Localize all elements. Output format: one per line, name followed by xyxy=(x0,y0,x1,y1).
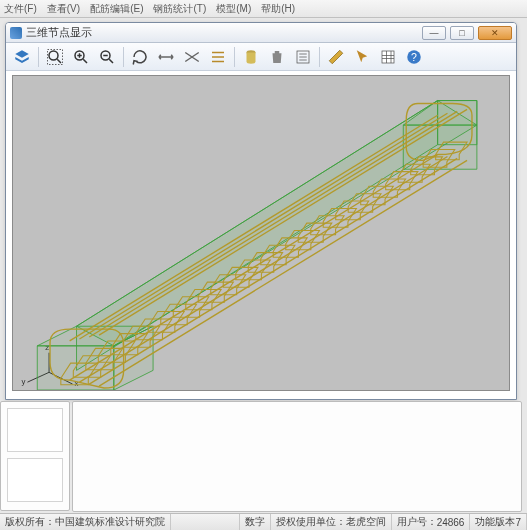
list-button[interactable] xyxy=(291,46,315,68)
svg-rect-6 xyxy=(382,51,394,63)
thumbnail-slot[interactable] xyxy=(7,458,63,502)
svg-text:?: ? xyxy=(411,50,417,62)
window-title: 三维节点显示 xyxy=(26,25,92,40)
status-user: 用户号：24866 xyxy=(392,514,471,530)
status-copyright: 版权所有：中国建筑标准设计研究院 xyxy=(0,514,171,530)
minimize-button[interactable]: — xyxy=(422,26,446,40)
table-button[interactable] xyxy=(376,46,400,68)
help-button[interactable]: ? xyxy=(402,46,426,68)
cylinder-icon xyxy=(242,48,260,66)
menu-view[interactable]: 查看(V) xyxy=(47,2,80,16)
output-panel[interactable] xyxy=(72,401,522,512)
rotate-button[interactable] xyxy=(128,46,152,68)
measure-button[interactable] xyxy=(324,46,348,68)
thumbnail-slot[interactable] xyxy=(7,408,63,452)
status-numlock: 数字 xyxy=(240,514,271,530)
menu-bar: 文件(F) 查看(V) 配筋编辑(E) 钢筋统计(T) 模型(M) 帮助(H) xyxy=(0,0,527,18)
line-style-button[interactable] xyxy=(206,46,230,68)
cylinder-button[interactable] xyxy=(239,46,263,68)
axis-y-label: y xyxy=(22,377,26,386)
measure-icon xyxy=(327,48,345,66)
dim-vertical-icon xyxy=(183,48,201,66)
trash-button[interactable] xyxy=(265,46,289,68)
layers-button[interactable] xyxy=(10,46,34,68)
line-style-icon xyxy=(209,48,227,66)
3d-viewport[interactable]: x y z xyxy=(12,75,510,391)
menu-rebar-stats[interactable]: 钢筋统计(T) xyxy=(153,2,206,16)
dim-vertical-button[interactable] xyxy=(180,46,204,68)
status-version: 功能版本7 xyxy=(470,514,527,530)
thumbnail-panel xyxy=(0,401,70,511)
table-icon xyxy=(379,48,397,66)
zoom-extents-icon xyxy=(46,48,64,66)
maximize-button[interactable]: □ xyxy=(450,26,474,40)
trash-icon xyxy=(268,48,286,66)
svg-point-0 xyxy=(49,51,58,60)
rotate-icon xyxy=(131,48,149,66)
app-icon xyxy=(10,27,22,39)
child-window: 三维节点显示 — □ ✕ xyxy=(5,22,517,400)
pointer-icon xyxy=(353,48,371,66)
toolbar: ? xyxy=(6,43,516,71)
dim-horizontal-icon xyxy=(157,48,175,66)
menu-model[interactable]: 模型(M) xyxy=(216,2,251,16)
zoom-in-icon xyxy=(72,48,90,66)
list-icon xyxy=(294,48,312,66)
menu-help[interactable]: 帮助(H) xyxy=(261,2,295,16)
layers-icon xyxy=(13,48,31,66)
zoom-out-button[interactable] xyxy=(95,46,119,68)
zoom-extents-button[interactable] xyxy=(43,46,67,68)
zoom-in-button[interactable] xyxy=(69,46,93,68)
status-licensee: 授权使用单位：老虎空间 xyxy=(271,514,392,530)
menu-rebar-edit[interactable]: 配筋编辑(E) xyxy=(90,2,143,16)
beam-render: x y z xyxy=(13,76,509,390)
title-bar[interactable]: 三维节点显示 — □ ✕ xyxy=(6,23,516,43)
close-button[interactable]: ✕ xyxy=(478,26,512,40)
dim-horizontal-button[interactable] xyxy=(154,46,178,68)
status-bar: 版权所有：中国建筑标准设计研究院 数字 授权使用单位：老虎空间 用户号：2486… xyxy=(0,513,527,530)
zoom-out-icon xyxy=(98,48,116,66)
help-icon: ? xyxy=(405,48,423,66)
menu-file[interactable]: 文件(F) xyxy=(4,2,37,16)
pointer-button[interactable] xyxy=(350,46,374,68)
